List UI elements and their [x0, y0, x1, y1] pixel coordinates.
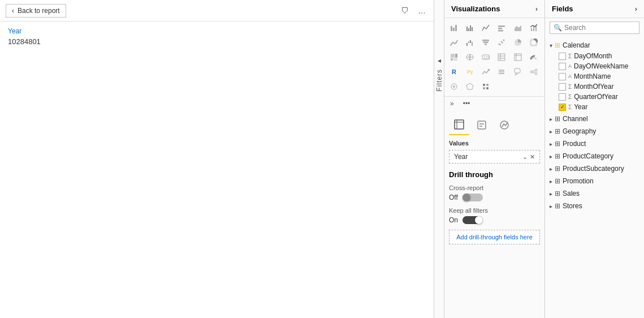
filter-icon[interactable]: ⛉ — [399, 5, 411, 16]
monthofyear-checkbox[interactable] — [559, 83, 566, 91]
text-icon-dayofweekname: A — [568, 63, 572, 69]
dayofweekname-checkbox[interactable] — [559, 63, 566, 70]
year-checkbox[interactable]: ✓ — [559, 104, 566, 111]
tree-item-monthname[interactable]: A MonthName — [554, 71, 644, 81]
viz-line-chart-icon[interactable] — [478, 20, 493, 35]
viz-tab-values[interactable] — [449, 115, 469, 135]
fields-title: Fields — [552, 5, 573, 13]
sigma-icon-quarterofyear: Σ — [568, 94, 572, 100]
svg-rect-11 — [531, 28, 532, 31]
viz-tab-format[interactable] — [472, 115, 492, 135]
more-options-icon[interactable]: … — [416, 5, 428, 16]
values-section-label: Values — [449, 140, 540, 147]
tree-item-dayofweekname[interactable]: A DayOfWeekName — [554, 61, 644, 71]
monthname-checkbox[interactable] — [559, 73, 566, 80]
svg-rect-3 — [466, 27, 468, 31]
svg-rect-47 — [515, 68, 520, 73]
calendar-label: Calendar — [563, 41, 590, 49]
viz-ai-decomp-icon[interactable] — [526, 65, 541, 79]
cross-report-toggle[interactable] — [463, 194, 483, 201]
geography-label: Geography — [563, 127, 596, 135]
add-drillthrough-link[interactable]: here — [520, 234, 533, 240]
sales-label: Sales — [563, 190, 580, 197]
tree-group-promotion-header[interactable]: ▸ ⊞ Promotion — [545, 175, 644, 187]
tree-item-monthofyear[interactable]: Σ MonthOfYear — [554, 81, 644, 92]
viz-area-chart-icon[interactable] — [511, 20, 525, 35]
viz-scatter-icon[interactable] — [494, 35, 509, 50]
svg-rect-28 — [451, 54, 455, 58]
monthname-label: MonthName — [574, 72, 611, 80]
viz-pie-chart-icon[interactable] — [511, 35, 525, 50]
dayofmonth-checkbox[interactable] — [559, 53, 566, 60]
viz-tab-row — [449, 115, 540, 135]
viz-gauge-icon[interactable] — [526, 50, 541, 65]
viz-tab-analytics[interactable] — [494, 115, 515, 135]
back-to-report-button[interactable]: ‹ Back to report — [6, 4, 66, 18]
viz-clustered-bar-icon[interactable] — [463, 20, 477, 35]
viz-more-button[interactable]: » — [447, 98, 457, 109]
viz-slicer-icon[interactable] — [494, 65, 509, 79]
tree-group-geography-header[interactable]: ▸ ⊞ Geography — [545, 126, 644, 137]
tree-group-channel-header[interactable]: ▸ ⊞ Channel — [545, 113, 644, 124]
viz-shape-map-icon[interactable] — [463, 79, 477, 94]
calendar-table-icon: ⊞ — [555, 41, 560, 49]
tree-item-dayofmonth[interactable]: Σ DayOfMonth — [554, 51, 644, 61]
viz-stacked-bar-icon[interactable] — [447, 20, 461, 35]
tree-group-calendar-header[interactable]: ▾ ⊞ Calendar — [545, 40, 644, 51]
tree-group-productsubcategory-header[interactable]: ▸ ⊞ ProductSubcategory — [545, 163, 644, 174]
viz-qna-icon[interactable] — [511, 65, 525, 79]
product-label: Product — [563, 140, 586, 148]
sigma-icon-year: Σ — [568, 104, 572, 110]
viz-ribbon-chart-icon[interactable] — [447, 35, 461, 50]
visualizations-panel: Visualizations › — [444, 0, 545, 318]
viz-combo-chart-icon[interactable] — [526, 20, 541, 35]
tree-group-sales-header[interactable]: ▸ ⊞ Sales — [545, 188, 644, 199]
fields-panel: Fields › 🔍 ▾ ⊞ Calendar Σ DayOfMonth A — [545, 0, 644, 318]
values-field-controls: ⌄ ✕ — [522, 153, 535, 161]
tree-group-productsubcategory: ▸ ⊞ ProductSubcategory — [545, 163, 644, 174]
add-drillthrough-field[interactable]: Add drill-through fields here — [449, 230, 540, 244]
viz-bar-chart-icon[interactable] — [494, 20, 509, 35]
viz-ellipsis-button[interactable]: ••• — [460, 98, 474, 109]
channel-table-icon: ⊞ — [555, 115, 560, 123]
viz-powerapp-icon[interactable] — [478, 79, 493, 94]
viz-panel-expand-icon[interactable]: › — [535, 5, 538, 13]
keep-filters-toggle-container: On — [449, 216, 540, 224]
back-label: Back to report — [18, 7, 60, 15]
svg-line-51 — [533, 71, 535, 71]
tree-item-year[interactable]: ✓ Σ Year — [554, 102, 644, 112]
tree-item-quarterofyear[interactable]: Σ QuarterOfYear — [554, 92, 644, 102]
viz-map-icon[interactable] — [463, 50, 477, 65]
tree-group-productcategory-header[interactable]: ▸ ⊞ ProductCategory — [545, 151, 644, 162]
back-arrow-icon: ‹ — [12, 7, 14, 15]
keep-filters-toggle[interactable] — [463, 216, 483, 224]
svg-rect-57 — [486, 84, 489, 86]
viz-python-icon[interactable]: Py — [463, 65, 477, 79]
field-remove-icon[interactable]: ✕ — [530, 153, 535, 161]
viz-key-influencers-icon[interactable] — [447, 79, 461, 94]
viz-waterfall-icon[interactable] — [463, 35, 477, 50]
fields-panel-expand-icon[interactable]: › — [635, 5, 637, 13]
filters-panel[interactable]: ◂ Filters — [434, 0, 444, 318]
tree-group-product-header[interactable]: ▸ ⊞ Product — [545, 138, 644, 149]
quarterofyear-checkbox[interactable] — [559, 93, 566, 101]
search-input[interactable] — [564, 24, 644, 32]
viz-r-icon[interactable]: R — [447, 65, 461, 79]
viz-treemap-icon[interactable] — [447, 50, 461, 65]
viz-donut-icon[interactable] — [526, 35, 541, 50]
filters-toggle-icon: ◂ — [438, 57, 441, 65]
svg-rect-0 — [451, 26, 452, 31]
productcategory-chevron-icon: ▸ — [550, 153, 552, 160]
tree-group-sales: ▸ ⊞ Sales — [545, 188, 644, 199]
viz-table-icon[interactable] — [494, 50, 509, 65]
tree-group-stores-header[interactable]: ▸ ⊞ Stores — [545, 200, 644, 212]
viz-matrix-icon[interactable] — [511, 50, 525, 65]
fields-panel-header: Fields › — [545, 0, 644, 18]
keep-filters-label: Keep all filters — [449, 207, 540, 214]
viz-kpi-icon[interactable] — [478, 65, 493, 79]
viz-card-icon[interactable]: 123 — [478, 50, 493, 65]
svg-point-23 — [503, 40, 505, 41]
values-field: Year ⌄ ✕ — [449, 150, 540, 164]
field-chevron-icon[interactable]: ⌄ — [522, 153, 528, 161]
viz-funnel-icon[interactable] — [478, 35, 493, 50]
